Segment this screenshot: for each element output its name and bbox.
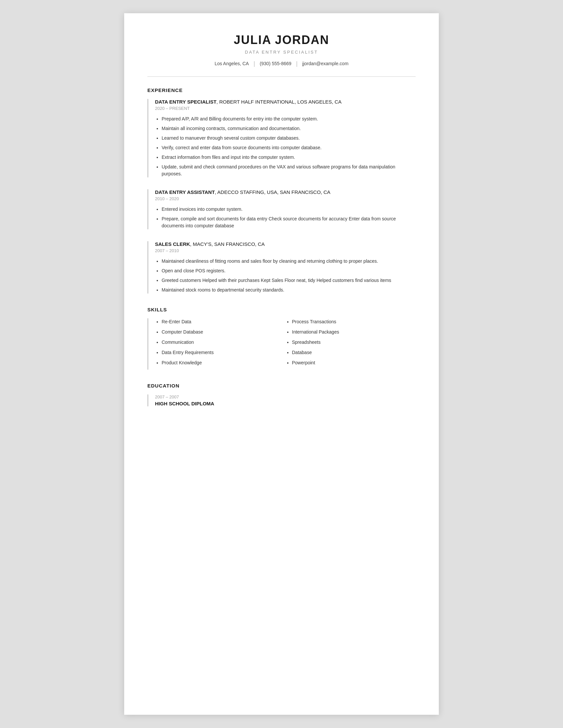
skill-left-2: Computer Database <box>162 329 286 336</box>
skill-right-5: Powerpoint <box>292 359 416 366</box>
job-1-title-bold: DATA ENTRY SPECIALIST <box>155 99 216 105</box>
experience-section-title: EXPERIENCE <box>147 87 416 93</box>
job-1-dates: 2020 – PRESENT <box>155 106 416 111</box>
skill-right-1: Process Transactions <box>292 318 416 325</box>
skills-section: SKILLS Re-Enter Data Computer Database C… <box>147 307 416 370</box>
experience-section: EXPERIENCE DATA ENTRY SPECIALIST, ROBERT… <box>147 87 416 294</box>
job-2-dates: 2010 – 2020 <box>155 196 416 201</box>
job-2-bullets: Entered invoices into computer system. P… <box>155 206 416 229</box>
job-3-dates: 2007 – 2010 <box>155 248 416 253</box>
skill-left-4: Data Entry Requirements <box>162 349 286 356</box>
job-1-bullet-6: Update, submit and check command procedu… <box>162 163 416 177</box>
job-2-bullet-1: Entered invoices into computer system. <box>162 206 416 213</box>
job-1-title-rest: , ROBERT HALF INTERNATIONAL, LOS ANGELES… <box>216 99 342 105</box>
job-3-bullet-1: Maintained cleanliness of fitting rooms … <box>162 258 416 265</box>
job-3-bullet-4: Maintained stock rooms to departmental s… <box>162 287 416 294</box>
contact-info: Los Angeles, CA | (930) 555-8669 | jjord… <box>147 61 416 67</box>
header: JULIA JORDAN DATA ENTRY SPECIALIST Los A… <box>147 33 416 67</box>
job-1: DATA ENTRY SPECIALIST, ROBERT HALF INTER… <box>147 99 416 177</box>
job-1-bullet-2: Maintain all incoming contracts, communi… <box>162 125 416 132</box>
job-1-bullet-3: Learned to manuever through several cust… <box>162 135 416 142</box>
resume-page: JULIA JORDAN DATA ENTRY SPECIALIST Los A… <box>124 13 439 715</box>
job-2: DATA ENTRY ASSISTANT, ADECCO STAFFING, U… <box>147 189 416 229</box>
job-3-title-rest: , MACY'S, SAN FRANCISCO, CA <box>190 241 264 247</box>
education-section: EDUCATION 2007 – 2007 HIGH SCHOOL DIPLOM… <box>147 383 416 406</box>
contact-location: Los Angeles, CA <box>214 61 249 66</box>
edu-dates: 2007 – 2007 <box>155 394 416 399</box>
job-3-title-bold: SALES CLERK <box>155 241 190 247</box>
contact-email: jjordan@example.com <box>303 61 349 66</box>
candidate-title: DATA ENTRY SPECIALIST <box>147 50 416 55</box>
job-3-bullets: Maintained cleanliness of fitting rooms … <box>155 258 416 294</box>
skill-right-3: Spreadsheets <box>292 339 416 346</box>
job-1-title-line: DATA ENTRY SPECIALIST, ROBERT HALF INTER… <box>155 99 416 105</box>
job-2-title-rest: , ADECCO STAFFING, USA, SAN FRANCISCO, C… <box>215 189 331 195</box>
job-2-title-bold: DATA ENTRY ASSISTANT <box>155 189 215 195</box>
skill-left-3: Communication <box>162 339 286 346</box>
skills-columns: Re-Enter Data Computer Database Communic… <box>155 318 416 370</box>
job-2-title-line: DATA ENTRY ASSISTANT, ADECCO STAFFING, U… <box>155 189 416 195</box>
job-1-bullet-4: Verify, correct and enter data from sour… <box>162 144 416 151</box>
skill-right-4: Database <box>292 349 416 356</box>
job-3-bullet-2: Open and close POS registers. <box>162 267 416 274</box>
job-3: SALES CLERK, MACY'S, SAN FRANCISCO, CA 2… <box>147 241 416 294</box>
skill-left-5: Product Knowledge <box>162 359 286 366</box>
contact-phone: (930) 555-8669 <box>259 61 292 66</box>
edu-degree: HIGH SCHOOL DIPLOMA <box>155 401 416 406</box>
education-section-title: EDUCATION <box>147 383 416 388</box>
job-1-bullet-1: Prepared A/P, A/R and Billing documents … <box>162 115 416 122</box>
skill-right-2: International Packages <box>292 329 416 336</box>
job-1-bullet-5: Extract information from files and input… <box>162 154 416 161</box>
job-3-bullet-3: Greeted customers Helped with their purc… <box>162 277 416 284</box>
skills-block: Re-Enter Data Computer Database Communic… <box>147 318 416 370</box>
job-1-bullets: Prepared A/P, A/R and Billing documents … <box>155 115 416 177</box>
separator-1: | <box>253 61 255 67</box>
skills-left-col: Re-Enter Data Computer Database Communic… <box>155 318 286 370</box>
education-block: 2007 – 2007 HIGH SCHOOL DIPLOMA <box>147 394 416 406</box>
job-3-title-line: SALES CLERK, MACY'S, SAN FRANCISCO, CA <box>155 241 416 247</box>
skills-right-col: Process Transactions International Packa… <box>286 318 416 370</box>
candidate-name: JULIA JORDAN <box>147 33 416 47</box>
job-2-bullet-2: Prepare, compile and sort documents for … <box>162 215 416 229</box>
separator-2: | <box>296 61 298 67</box>
skill-left-1: Re-Enter Data <box>162 318 286 325</box>
skills-section-title: SKILLS <box>147 307 416 312</box>
header-divider <box>147 76 416 77</box>
